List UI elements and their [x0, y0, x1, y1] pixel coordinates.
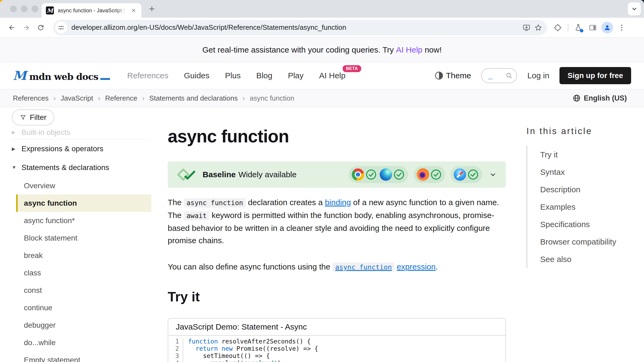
tab-title: async function - JavaScript | — [58, 8, 126, 14]
sidebar-item-async-function[interactable]: async function* — [12, 212, 151, 229]
nav-item-guides[interactable]: Guides — [184, 71, 209, 80]
browser-toolbar: developer.allizom.org/en-US/docs/Web/Jav… — [0, 18, 644, 38]
main-nav: ReferencesGuidesPlusBlogPlayAI HelpBETA — [127, 71, 346, 80]
sidebar-item-empty-statement[interactable]: Empty statement — [12, 351, 151, 362]
tab-strip: M async function - JavaScript | — [0, 0, 644, 18]
mdn-logo-m-icon: M — [13, 68, 27, 83]
breadcrumb-current[interactable]: async function — [250, 94, 294, 102]
theme-label: Theme — [446, 71, 471, 80]
code-line: 4 resolve('resolved'); — [168, 360, 505, 362]
sidebar-section-built-in-objects[interactable]: ▶Built-in objects — [12, 125, 151, 139]
maximize-window-icon[interactable] — [32, 6, 38, 12]
sidebar-item-async-function[interactable]: async function — [16, 194, 151, 212]
content-code-link-async-function[interactable]: async function — [332, 262, 394, 271]
line-number: 1 — [168, 338, 183, 345]
sidebar-item-do-while[interactable]: do...while — [12, 334, 151, 351]
sidebar-item-const[interactable]: const — [12, 282, 151, 299]
sidebar-section-statements-declarations[interactable]: ▼Statements & declarations — [12, 158, 151, 177]
mdn-favicon-icon: M — [46, 6, 54, 14]
sidebar-section-expressions-operators[interactable]: ▶Expressions & operators — [12, 139, 151, 158]
code-line: 2 return new Promise((resolve) => { — [168, 345, 505, 352]
login-link[interactable]: Log in — [527, 71, 549, 80]
theme-half-circle-icon — [435, 71, 443, 80]
support-check-icon — [430, 169, 442, 180]
nav-item-ai-help[interactable]: AI HelpBETA — [319, 71, 345, 80]
filter-funnel-icon — [20, 114, 27, 121]
bookmark-star-icon[interactable] — [532, 22, 544, 34]
toc-list: Try itSyntaxDescriptionExamplesSpecifica… — [526, 146, 631, 268]
toc-item-see-also[interactable]: See also — [527, 250, 631, 268]
baseline-status-text: BaselineWidely available — [203, 170, 297, 179]
sidebar-item-debugger[interactable]: debugger — [12, 316, 151, 334]
baseline-browser-support — [349, 166, 482, 183]
labs-flask-icon[interactable] — [572, 21, 584, 34]
toc-item-syntax[interactable]: Syntax — [527, 163, 631, 181]
sidebar-item-block-statement[interactable]: Block statement — [12, 229, 151, 247]
breadcrumb-item-statements-and-declarations[interactable]: Statements and declarations — [149, 94, 238, 102]
breadcrumb-item-references[interactable]: References — [13, 94, 49, 102]
site-header: M mdn web docs ReferencesGuidesPlusBlogP… — [0, 62, 644, 89]
article-intro: The async function declaration creates a… — [168, 196, 506, 274]
breadcrumb-item-reference[interactable]: Reference — [105, 94, 137, 102]
theme-toggle[interactable]: Theme — [435, 71, 471, 80]
toc-item-description[interactable]: Description — [527, 181, 631, 198]
content-link-expression[interactable]: expression — [397, 262, 436, 271]
minimize-window-icon[interactable] — [21, 6, 27, 12]
toc-item-browser-compatibility[interactable]: Browser compatibility — [527, 233, 631, 250]
site-info-icon[interactable] — [55, 22, 67, 34]
reload-button[interactable] — [35, 22, 47, 34]
tab-close-icon[interactable] — [130, 7, 137, 14]
sidebar-filter-button[interactable]: Filter — [12, 109, 54, 125]
back-button[interactable] — [6, 22, 18, 34]
tab-search-chevron-button[interactable] — [628, 2, 641, 15]
code-text: resolve('resolved'); — [183, 360, 285, 362]
url-text[interactable]: developer.allizom.org/en-US/docs/Web/Jav… — [71, 23, 521, 32]
search-input[interactable]: _ — [481, 68, 517, 83]
nav-item-plus[interactable]: Plus — [225, 71, 241, 80]
install-page-icon[interactable] — [521, 22, 532, 34]
promo-ai-help-link[interactable]: AI Help — [396, 45, 422, 54]
sidebar-item-continue[interactable]: continue — [12, 299, 151, 316]
breadcrumb-item-javascript[interactable]: JavaScript — [61, 94, 93, 102]
triangle-right-icon: ▶ — [12, 146, 17, 152]
inline-code: async function — [332, 263, 394, 272]
toc-item-specifications[interactable]: Specifications — [527, 216, 631, 233]
code-editor[interactable]: 1function resolveAfter2Seconds() {2 retu… — [168, 336, 505, 362]
extensions-puzzle-icon[interactable] — [552, 21, 564, 34]
toc-heading: In this article — [526, 126, 631, 136]
sidebar-item-overview[interactable]: Overview — [12, 177, 151, 194]
line-number: 3 — [168, 352, 183, 360]
content-link-binding[interactable]: binding — [325, 198, 351, 207]
sidebar-item-class[interactable]: class — [12, 264, 151, 282]
support-check-icon — [393, 169, 405, 180]
nav-item-play[interactable]: Play — [288, 71, 303, 80]
baseline-expand-chevron-icon[interactable] — [489, 171, 497, 178]
side-panel-icon[interactable] — [587, 21, 599, 34]
promo-text-before: Get real-time assistance with your codin… — [202, 45, 396, 54]
search-icon — [505, 72, 513, 79]
profile-avatar[interactable] — [601, 21, 613, 34]
table-of-contents: In this article Try itSyntaxDescriptionE… — [526, 126, 631, 268]
toolbar-divider — [568, 24, 568, 32]
mdn-logo[interactable]: M mdn web docs — [13, 68, 110, 83]
browser-tab[interactable]: M async function - JavaScript | — [42, 3, 141, 18]
close-window-icon[interactable] — [10, 6, 17, 12]
new-tab-button[interactable] — [148, 5, 156, 13]
toc-item-try-it[interactable]: Try it — [527, 146, 631, 163]
toc-item-examples[interactable]: Examples — [527, 198, 631, 216]
header-right: Theme _ Log in Sign up for free — [435, 67, 631, 84]
nav-item-blog[interactable]: Blog — [256, 71, 272, 80]
sidebar-section-label: Statements & declarations — [21, 163, 109, 172]
address-bar[interactable]: developer.allizom.org/en-US/docs/Web/Jav… — [53, 20, 547, 35]
signup-button[interactable]: Sign up for free — [559, 67, 631, 84]
chrome-logo-icon — [352, 168, 364, 181]
baseline-status: Widely available — [238, 170, 297, 179]
code-line: 3 setTimeout(() => { — [168, 352, 505, 360]
language-switcher[interactable]: English (US) — [573, 94, 627, 102]
sidebar-item-break[interactable]: break — [12, 247, 151, 264]
language-label: English (US) — [584, 94, 627, 102]
nav-item-references[interactable]: References — [127, 71, 168, 80]
code-line: 1function resolveAfter2Seconds() { — [168, 338, 505, 345]
forward-button[interactable] — [20, 22, 32, 34]
browser-menu-dots-icon[interactable] — [616, 21, 628, 34]
